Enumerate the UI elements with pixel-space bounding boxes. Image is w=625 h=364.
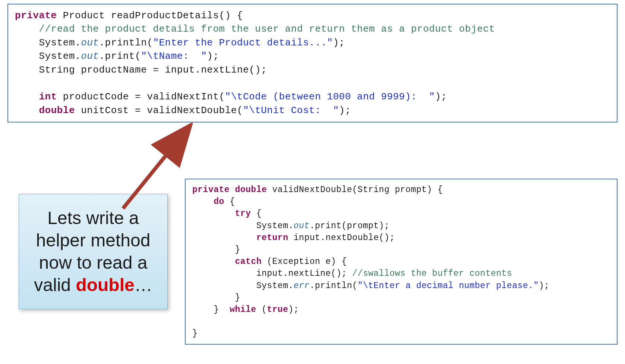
comment: //swallows the buffer contents [352,269,512,278]
code [192,209,235,218]
kw: catch [235,257,262,266]
code: ); [539,281,550,291]
code: .println( [310,281,358,291]
code: System. [15,37,81,48]
string: "\tCode (between 1000 and 9999): " [225,91,435,102]
comment: //read the product details from the user… [15,23,495,35]
code: .println( [99,37,153,48]
code: .print(prompt); [310,221,390,231]
string: "\tUnit Cost: " [243,105,339,116]
code [15,91,39,102]
field: err [294,281,310,291]
code-box-bottom: private double validNextDouble(String pr… [185,179,618,345]
string: "\tEnter a decimal number please." [357,281,539,291]
code: ); [339,105,351,116]
field: out [294,221,310,231]
code: { [251,209,262,218]
callout-box: Lets write a helper method now to read a… [19,194,168,309]
callout-text: Lets write a helper method now to read a… [26,207,160,296]
code: validNextDouble(String prompt) { [267,185,443,195]
code: ); [435,91,447,102]
string: "Enter the Product details..." [153,37,333,48]
code: String productName = input.nextLine(); [15,64,267,76]
code: } [192,245,240,255]
kw: return [256,233,288,243]
code [15,105,39,116]
code: input.nextLine(); [192,269,352,278]
code: } [192,329,198,338]
kw: while [230,305,256,314]
kw: int [39,91,57,102]
code: } [192,293,240,303]
code: ( [256,305,267,314]
code [192,197,214,207]
code: System. [192,221,294,231]
code: System. [192,281,294,291]
code: unitCost = validNextDouble( [75,105,243,116]
callout-post: … [135,275,152,295]
callout-highlight: double [76,275,134,295]
code: System. [15,51,81,62]
code-box-top: private Product readProductDetails() { /… [7,4,618,122]
code: ); [333,37,345,48]
kw: try [235,209,251,218]
field: out [81,51,99,62]
code: productCode = validNextInt( [57,91,225,102]
kw: double [39,105,75,116]
code: } [192,305,230,314]
code: ); [207,51,219,62]
kw: do [214,197,224,207]
code [192,257,235,266]
field: out [81,37,99,48]
kw: private [15,10,57,21]
code: { [224,197,235,207]
code: ); [288,305,299,314]
code: (Exception e) { [262,257,347,266]
bool: true [267,305,288,314]
kw: private double [192,185,267,195]
code: Product readProductDetails() { [57,10,243,21]
code: .print( [99,51,141,62]
string: "\tName: " [141,51,207,62]
code [192,233,256,243]
code: input.nextDouble(); [288,233,395,243]
